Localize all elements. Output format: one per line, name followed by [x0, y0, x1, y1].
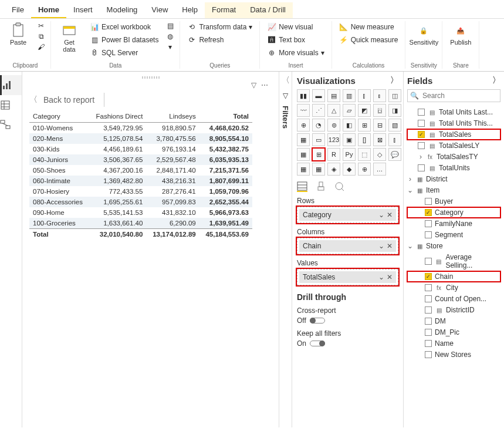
field-item[interactable]: ▤Total Units This...	[407, 118, 500, 129]
col-total[interactable]: Total	[199, 110, 252, 123]
field-item[interactable]: ✓Chain	[407, 271, 500, 282]
viz-type-icon[interactable]: ⊕	[358, 163, 371, 176]
values-well[interactable]: TotalSales⌄✕	[297, 269, 398, 285]
table-row[interactable]: 070-Hosiery772,433.55287,276.411,059,709…	[29, 186, 252, 197]
checkbox[interactable]	[425, 198, 432, 205]
checkbox[interactable]: ✓	[418, 131, 425, 138]
checkbox[interactable]	[425, 340, 432, 347]
viz-type-icon[interactable]: R	[327, 148, 340, 161]
dataverse-icon[interactable]: ▤	[165, 21, 175, 31]
viz-type-icon[interactable]: ▤	[327, 89, 340, 102]
chevron-down-icon[interactable]: ⌄	[378, 211, 384, 219]
field-item[interactable]: Name	[407, 338, 500, 349]
col-lindseys[interactable]: Lindseys	[146, 110, 199, 123]
collapse-fields-icon[interactable]: 〉	[492, 75, 500, 86]
table-row[interactable]: 050-Shoes4,367,200.162,848,171.407,215,3…	[29, 165, 252, 176]
table-row[interactable]: 010-Womens3,549,729.95918,890.574,468,62…	[29, 123, 252, 134]
copy-icon[interactable]: ⧉	[36, 32, 46, 41]
checkbox[interactable]	[418, 164, 425, 171]
remove-icon[interactable]: ✕	[387, 242, 393, 250]
viz-type-icon[interactable]: ▦	[297, 148, 310, 161]
new-measure-button[interactable]: 📐New measure	[337, 21, 401, 33]
viz-type-icon[interactable]: Py	[343, 148, 356, 161]
table-row[interactable]: 090-Home5,535,141.53431,832.105,966,973.…	[29, 207, 252, 218]
format-painter-icon[interactable]: 🖌	[36, 42, 46, 52]
new-visual-button[interactable]: 📈New visual	[265, 21, 326, 33]
analytics-well-tab[interactable]	[334, 181, 345, 192]
field-item[interactable]: Buyer	[407, 196, 500, 207]
report-view-button[interactable]	[0, 75, 22, 95]
field-item[interactable]: ▤TotalSalesLY	[407, 140, 500, 151]
checkbox[interactable]	[425, 318, 432, 325]
viz-type-icon[interactable]: ▭	[312, 133, 325, 146]
viz-type-icon[interactable]: ⫿	[358, 89, 371, 102]
recent-sources-icon[interactable]: ◍	[165, 32, 175, 41]
viz-type-icon[interactable]: ⋰	[312, 104, 325, 117]
cross-report-toggle[interactable]	[310, 318, 325, 324]
field-item[interactable]: Segment	[407, 230, 500, 240]
viz-type-icon[interactable]: ◨	[388, 104, 401, 117]
viz-type-icon[interactable]: ▱	[343, 104, 356, 117]
table-total-row[interactable]: Total32,010,540.8013,174,012.8945,184,55…	[29, 229, 252, 240]
viz-type-icon[interactable]: 123	[327, 133, 340, 146]
tab-view[interactable]: View	[144, 2, 175, 18]
field-item[interactable]: ✓▤TotalSales	[407, 129, 500, 140]
field-item[interactable]: ▤Average Selling...	[407, 252, 500, 271]
viz-type-icon[interactable]: ⊟	[373, 119, 386, 132]
viz-type-icon[interactable]: ⫿	[388, 133, 401, 146]
transform-data-button[interactable]: ⟲Transform data ▾	[185, 21, 255, 33]
viz-type-icon[interactable]: ▦	[312, 163, 325, 176]
viz-type-icon[interactable]: ⊕	[297, 119, 310, 132]
viz-type-icon[interactable]: △	[327, 104, 340, 117]
pbi-datasets-button[interactable]: ▥Power BI datasets	[87, 34, 161, 46]
chevron-down-icon[interactable]: ⌄	[378, 242, 384, 250]
more-options-icon[interactable]: ⋯	[261, 81, 268, 89]
table-node[interactable]: ›▦District	[407, 174, 500, 184]
grip-handle[interactable]	[142, 76, 160, 79]
table-row[interactable]: 020-Mens5,125,078.543,780,475.568,905,55…	[29, 133, 252, 144]
col-fashions-direct[interactable]: Fashions Direct	[89, 110, 146, 123]
table-node[interactable]: ⌄▦Store	[407, 241, 500, 251]
viz-type-icon[interactable]: ◫	[388, 89, 401, 102]
checkbox[interactable]: ✓	[425, 273, 432, 280]
field-item[interactable]: ▤Total Units Last...	[407, 107, 500, 117]
table-row[interactable]: 040-Juniors3,506,367.652,529,567.486,035…	[29, 154, 252, 165]
format-well-tab[interactable]	[316, 181, 326, 192]
checkbox[interactable]	[418, 142, 425, 149]
fields-well-tab[interactable]	[297, 181, 307, 192]
table-row[interactable]: 030-Kids4,456,189.61976,193.145,432,382.…	[29, 144, 252, 154]
checkbox[interactable]	[418, 109, 425, 116]
viz-type-icon[interactable]: ▧	[388, 119, 401, 132]
col-category[interactable]: Category	[29, 110, 89, 123]
tab-file[interactable]: File	[5, 2, 31, 18]
viz-type-icon[interactable]: ▬	[312, 89, 325, 102]
viz-type-icon[interactable]: ▦	[297, 133, 310, 146]
field-item[interactable]: ▤DistrictID	[407, 305, 500, 315]
viz-type-icon[interactable]: ◩	[358, 104, 371, 117]
viz-type-icon[interactable]: ⊞	[358, 119, 371, 132]
more-visuals-button[interactable]: ⊕More visuals ▾	[265, 47, 326, 59]
checkbox[interactable]	[425, 220, 432, 227]
collapse-viz-icon[interactable]: 〉	[390, 75, 398, 86]
tab-modeling[interactable]: Modeling	[100, 2, 145, 18]
viz-type-icon[interactable]: ◔	[312, 119, 325, 132]
checkbox[interactable]: ✓	[425, 209, 432, 216]
viz-type-icon[interactable]: ▮▮	[297, 89, 310, 102]
viz-type-icon[interactable]: ⊚	[327, 119, 340, 132]
viz-type-icon[interactable]: ⊞	[312, 148, 325, 161]
filters-pane-collapsed[interactable]: 〈 ▽ Filters	[279, 72, 292, 427]
field-item[interactable]: DM	[407, 316, 500, 326]
get-data-button[interactable]: Get data	[56, 21, 83, 54]
tab-data-drill[interactable]: Data / Drill	[243, 2, 293, 18]
field-item[interactable]: ✓Category	[407, 207, 500, 218]
viz-type-icon[interactable]: ⫾	[373, 89, 386, 102]
model-view-button[interactable]	[0, 115, 22, 135]
refresh-button[interactable]: ⟳Refresh	[185, 34, 255, 46]
checkbox[interactable]	[425, 306, 432, 314]
viz-type-icon[interactable]: ◆	[343, 163, 356, 176]
chevron-down-icon[interactable]: ⌄	[378, 273, 384, 281]
field-item[interactable]: Count of Open...	[407, 294, 500, 304]
columns-well[interactable]: Chain⌄✕	[297, 238, 398, 254]
tab-help[interactable]: Help	[175, 2, 205, 18]
tab-home[interactable]: Home	[31, 2, 66, 18]
